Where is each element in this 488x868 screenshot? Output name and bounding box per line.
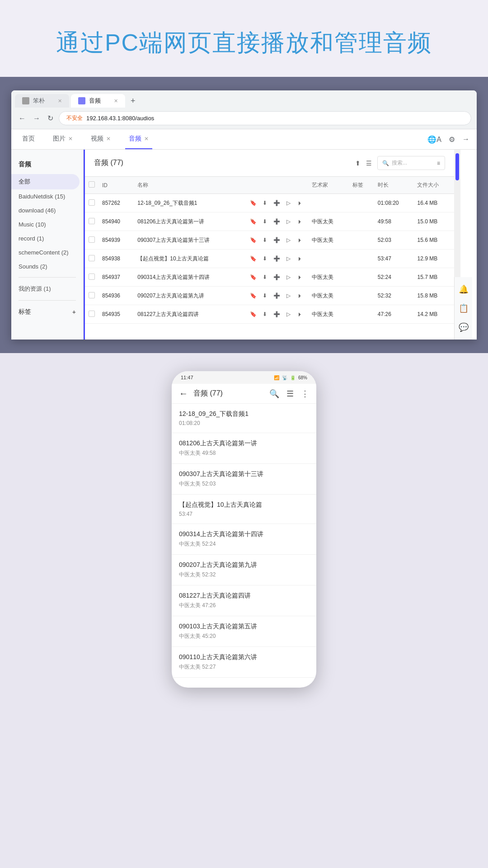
action-play-5[interactable]: ⏵ bbox=[296, 291, 305, 300]
action-add-3[interactable]: ➕ bbox=[272, 254, 281, 263]
action-add-6[interactable]: ➕ bbox=[272, 310, 281, 319]
action-play-2[interactable]: ⏵ bbox=[296, 236, 305, 245]
action-save-5[interactable]: 🔖 bbox=[249, 291, 258, 300]
row-checkbox-0[interactable] bbox=[89, 199, 95, 206]
nav-audio[interactable]: 音频 ✕ bbox=[125, 129, 152, 149]
nav-home[interactable]: 首页 bbox=[19, 129, 38, 149]
action-save-0[interactable]: 🔖 bbox=[249, 198, 258, 208]
sidebar-item-record[interactable]: record (1) bbox=[11, 231, 80, 245]
phone-list-item[interactable]: 090207上古天真论篇第九讲 中医太美 52:32 bbox=[172, 555, 316, 585]
sidebar-item-all-label: 全部 bbox=[19, 178, 30, 185]
sidebar-item-baidu[interactable]: BaiduNetdisk (15) bbox=[11, 189, 80, 203]
phone-list-item[interactable]: 【起点视觉】10上古天真论篇 53:47 bbox=[172, 495, 316, 524]
action-download-0[interactable]: ⬇ bbox=[260, 198, 269, 208]
action-playlist-4[interactable]: ▷ bbox=[284, 273, 293, 282]
action-save-1[interactable]: 🔖 bbox=[249, 217, 258, 226]
action-add-2[interactable]: ➕ bbox=[272, 236, 281, 245]
tab-new-button[interactable]: + bbox=[127, 94, 139, 108]
action-playlist-0[interactable]: ▷ bbox=[284, 198, 293, 208]
tab-close-2[interactable]: ✕ bbox=[114, 98, 118, 104]
row-checkbox-4[interactable] bbox=[89, 274, 95, 280]
action-playlist-2[interactable]: ▷ bbox=[284, 236, 293, 245]
row-checkbox-3[interactable] bbox=[89, 255, 95, 261]
nav-images[interactable]: 图片 ✕ bbox=[49, 129, 76, 149]
action-save-2[interactable]: 🔖 bbox=[249, 236, 258, 245]
action-add-1[interactable]: ➕ bbox=[272, 217, 281, 226]
action-playlist-1[interactable]: ▷ bbox=[284, 217, 293, 226]
phone-more-icon[interactable]: ⋮ bbox=[301, 389, 309, 399]
phone-back-button[interactable]: ← bbox=[179, 388, 188, 399]
table-row[interactable]: 854935 081227上古天真论篇四讲 🔖 ⬇ ➕ ▷ ⏵ 中医太美 47:… bbox=[85, 305, 454, 324]
phone-list-item[interactable]: 090110上古天真论篇第六讲 中医太美 52:27 bbox=[172, 647, 316, 678]
action-playlist-6[interactable]: ▷ bbox=[284, 310, 293, 319]
phone-menu-icon[interactable]: ☰ bbox=[286, 389, 294, 399]
action-download-2[interactable]: ⬇ bbox=[260, 236, 269, 245]
refresh-button[interactable]: ↻ bbox=[46, 112, 55, 124]
action-add-4[interactable]: ➕ bbox=[272, 273, 281, 282]
sidebar-item-myres[interactable]: 我的资源 (1) bbox=[11, 281, 80, 297]
phone-list-item[interactable]: 081206上古天真论篇第一讲 中医太美 49:58 bbox=[172, 433, 316, 464]
table-row[interactable]: 854936 090207上古天真论篇第九讲 🔖 ⬇ ➕ ▷ ⏵ 中医太美 52… bbox=[85, 287, 454, 305]
bell-icon[interactable]: 🔔 bbox=[459, 284, 469, 294]
action-download-6[interactable]: ⬇ bbox=[260, 310, 269, 319]
action-save-3[interactable]: 🔖 bbox=[249, 254, 258, 263]
sidebar-item-all[interactable]: 全部 bbox=[11, 174, 80, 189]
table-row[interactable]: 854938 【起点视觉】10上古天真论篇 🔖 ⬇ ➕ ▷ ⏵ 53:47 12… bbox=[85, 250, 454, 268]
tab-close-1[interactable]: ✕ bbox=[58, 98, 62, 104]
action-playlist-3[interactable]: ▷ bbox=[284, 254, 293, 263]
phone-list-item[interactable]: 090103上古天真论篇第五讲 中医太美 45:20 bbox=[172, 616, 316, 647]
translate-icon[interactable]: 🌐A bbox=[427, 135, 441, 144]
action-play-6[interactable]: ⏵ bbox=[296, 310, 305, 319]
phone-list-item[interactable]: 12-18_09_26_下载音频1 01:08:20 bbox=[172, 404, 316, 433]
action-download-3[interactable]: ⬇ bbox=[260, 254, 269, 263]
nav-video[interactable]: 视频 ✕ bbox=[87, 129, 114, 149]
search-filter-icon[interactable]: ≡ bbox=[437, 160, 440, 166]
action-download-5[interactable]: ⬇ bbox=[260, 291, 269, 300]
table-row[interactable]: 854940 081206上古天真论篇第一讲 🔖 ⬇ ➕ ▷ ⏵ 中医太美 49… bbox=[85, 212, 454, 231]
browser-tab-2[interactable]: 音频 ✕ bbox=[71, 94, 125, 108]
action-download-1[interactable]: ⬇ bbox=[260, 217, 269, 226]
action-add-5[interactable]: ➕ bbox=[272, 291, 281, 300]
share-icon[interactable]: → bbox=[462, 135, 469, 143]
nav-images-close[interactable]: ✕ bbox=[68, 136, 73, 142]
scrollbar[interactable] bbox=[454, 150, 460, 277]
list-icon[interactable]: 📋 bbox=[459, 303, 469, 313]
settings-icon[interactable]: ⚙ bbox=[449, 135, 455, 144]
action-play-1[interactable]: ⏵ bbox=[296, 217, 305, 226]
nav-video-close[interactable]: ✕ bbox=[106, 136, 111, 142]
action-save-4[interactable]: 🔖 bbox=[249, 273, 258, 282]
phone-list-item[interactable]: 090314上古天真论篇第十四讲 中医太美 52:24 bbox=[172, 524, 316, 555]
action-save-6[interactable]: 🔖 bbox=[249, 310, 258, 319]
back-button[interactable]: ← bbox=[17, 113, 28, 124]
sidebar-item-sounds[interactable]: Sounds (2) bbox=[11, 259, 80, 274]
address-bar[interactable]: 不安全 192.168.43.1:8080/audios bbox=[59, 111, 471, 125]
action-play-0[interactable]: ⏵ bbox=[296, 198, 305, 208]
row-checkbox-2[interactable] bbox=[89, 236, 95, 243]
action-add-0[interactable]: ➕ bbox=[272, 198, 281, 208]
row-checkbox-6[interactable] bbox=[89, 311, 95, 317]
table-row[interactable]: 854939 090307上古天真论篇第十三讲 🔖 ⬇ ➕ ▷ ⏵ 中医太美 5… bbox=[85, 231, 454, 250]
table-row[interactable]: 857262 12-18_09_26_下载音频1 🔖 ⬇ ➕ ▷ ⏵ 01:08… bbox=[85, 194, 454, 212]
sidebar-item-music[interactable]: Music (10) bbox=[11, 217, 80, 231]
phone-search-icon[interactable]: 🔍 bbox=[269, 389, 279, 399]
search-box[interactable]: 🔍 搜索... ≡ bbox=[377, 156, 445, 170]
row-checkbox-1[interactable] bbox=[89, 218, 95, 224]
select-all-checkbox[interactable] bbox=[89, 181, 95, 188]
tag-add-button[interactable]: + bbox=[72, 308, 76, 316]
upload-icon[interactable]: ⬆ bbox=[355, 160, 361, 167]
action-play-4[interactable]: ⏵ bbox=[296, 273, 305, 282]
sidebar-item-download[interactable]: download (46) bbox=[11, 203, 80, 217]
row-checkbox-5[interactable] bbox=[89, 292, 95, 298]
forward-button[interactable]: → bbox=[31, 113, 42, 124]
action-play-3[interactable]: ⏵ bbox=[296, 254, 305, 263]
action-playlist-5[interactable]: ▷ bbox=[284, 291, 293, 300]
nav-audio-close[interactable]: ✕ bbox=[144, 136, 149, 142]
browser-tab-1[interactable]: 笨朴 ✕ bbox=[15, 94, 69, 108]
filter-icon[interactable]: ☰ bbox=[366, 160, 372, 167]
sidebar-item-scheme[interactable]: schemeContent (2) bbox=[11, 245, 80, 259]
chat-icon[interactable]: 💬 bbox=[459, 322, 469, 332]
phone-list-item[interactable]: 090307上古天真论篇第十三讲 中医太美 52:03 bbox=[172, 464, 316, 495]
phone-list-item[interactable]: 081227上古天真论篇四讲 中医太美 47:26 bbox=[172, 585, 316, 616]
action-download-4[interactable]: ⬇ bbox=[260, 273, 269, 282]
table-row[interactable]: 854937 090314上古天真论篇第十四讲 🔖 ⬇ ➕ ▷ ⏵ 中医太美 5… bbox=[85, 268, 454, 287]
